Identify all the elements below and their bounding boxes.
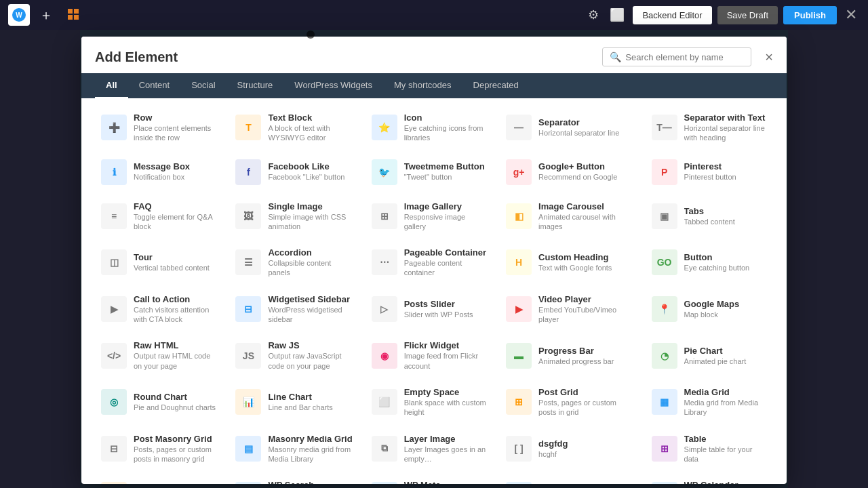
element-desc-text-block: A block of text with WYSIWYG editor	[268, 123, 352, 143]
element-card-line-chart[interactable]: 📊Line ChartLine and Bar charts	[226, 380, 361, 425]
backend-editor-button[interactable]: Backend Editor	[633, 6, 711, 24]
search-input[interactable]	[625, 52, 744, 62]
modal-close-button[interactable]: ×	[765, 50, 773, 64]
tab-all[interactable]: All	[95, 73, 128, 98]
element-card-flickr-widget[interactable]: ◉Flickr WidgetImage feed from Flickr acc…	[363, 333, 496, 378]
element-desc-posts-slider: Slider with WP Posts	[404, 310, 487, 319]
element-card-message-box[interactable]: ℹMessage BoxNotification box	[92, 152, 225, 192]
element-card-wp-search[interactable]: WWP SearchA search form for your site	[226, 472, 361, 484]
element-icon-empty-space: ⬜	[372, 389, 397, 415]
element-desc-image-carousel: Animated carousel with images	[538, 212, 632, 232]
element-card-image-carousel[interactable]: ◧Image CarouselAnimated carousel with im…	[497, 194, 641, 239]
element-card-tabs[interactable]: ▣TabsTabbed content	[643, 194, 776, 239]
element-icon-text-block: T	[235, 115, 261, 140]
element-icon-media-grid: ▦	[652, 389, 677, 415]
element-desc-widgetised-sidebar: WordPress widgetised sidebar	[268, 305, 352, 325]
element-card-separator-text[interactable]: T—Separator with TextHorizontal separato…	[643, 105, 776, 150]
element-card-facebook-like[interactable]: fFacebook LikeFacebook "Like" button	[226, 152, 361, 192]
element-icon-call-to-action: ▶	[101, 296, 127, 322]
element-card-single-image[interactable]: 🖼Single ImageSimple image with CSS anima…	[226, 194, 361, 239]
element-card-wp-recent-comments[interactable]: WWP Recent CommentsThe most recent comme…	[497, 472, 641, 484]
element-card-pie-chart[interactable]: ◔Pie ChartAnimated pie chart	[643, 333, 776, 378]
element-desc-post-grid: Posts, pages or custom posts in grid	[538, 398, 632, 418]
element-icon-wp-search: W	[235, 482, 261, 484]
element-desc-button: Eye catching button	[684, 263, 767, 272]
tab-my-shortcodes[interactable]: My shortcodes	[383, 73, 462, 98]
element-card-raw-html[interactable]: </>Raw HTMLOutput raw HTML code on your …	[92, 333, 225, 378]
element-card-pageable-container[interactable]: ⋯Pageable ContainerPageable content cont…	[363, 240, 496, 285]
element-card-raw-js[interactable]: JSRaw JSOutput raw JavaScript code on yo…	[226, 333, 361, 378]
element-card-image-gallery[interactable]: ⊞Image GalleryResponsive image gallery	[363, 194, 496, 239]
element-card-row[interactable]: ➕RowPlace content elements inside the ro…	[92, 105, 225, 150]
element-card-accordion[interactable]: ☰AccordionCollapsible content panels	[226, 240, 361, 285]
element-card-faq[interactable]: ≡FAQToggle element for Q&A block	[92, 194, 225, 239]
element-card-video-player[interactable]: ▶Video PlayerEmbed YouTube/Vimeo player	[497, 287, 641, 332]
tab-structure[interactable]: Structure	[226, 73, 284, 98]
element-icon-google-plus: g+	[506, 159, 532, 185]
modal-overlay: Add Element 🔍 × AllContentSocialStructur…	[80, 30, 788, 488]
tab-social[interactable]: Social	[180, 73, 226, 98]
tab-wp-widgets[interactable]: WordPress Widgets	[283, 73, 383, 98]
element-card-masonry-media-grid[interactable]: ▤Masonry Media GridMasonry media grid fr…	[226, 426, 361, 472]
element-card-google-plus[interactable]: g+Google+ ButtonRecommend on Google	[497, 152, 641, 192]
element-desc-raw-js: Output raw JavaScript code on your page	[268, 351, 352, 371]
close-top-button[interactable]: ✕	[842, 3, 860, 26]
element-icon-faq: ≡	[101, 203, 127, 229]
element-card-progress-bar[interactable]: ▬Progress BarAnimated progress bar	[497, 333, 641, 378]
element-icon-table: ⊞	[652, 436, 677, 462]
element-name-tour: Tour	[134, 252, 216, 262]
element-card-wp-meta[interactable]: WWP MetaLog in/out, admin, feed and Word…	[363, 472, 496, 484]
preview-icon-btn[interactable]: ⬜	[607, 5, 627, 25]
tab-deprecated[interactable]: Deprecated	[462, 73, 530, 98]
element-icon-separator: —	[506, 115, 532, 140]
element-desc-facebook-like: Facebook "Like" button	[268, 172, 352, 182]
element-desc-icon: Eye catching icons from libraries	[404, 123, 487, 143]
element-card-post-masonry-grid[interactable]: ⊟Post Masonry GridPosts, pages or custom…	[92, 426, 225, 472]
element-desc-flickr-widget: Image feed from Flickr account	[404, 351, 487, 371]
save-draft-button[interactable]: Save Draft	[717, 6, 778, 24]
element-name-masonry-media-grid: Masonry Media Grid	[268, 434, 352, 444]
element-card-dsgfdg[interactable]: [ ]dsgfdghcghf	[497, 426, 641, 472]
element-card-posts-slider[interactable]: ▷Posts SliderSlider with WP Posts	[363, 287, 496, 332]
grid-button[interactable]	[62, 5, 84, 26]
element-name-wp-meta: WP Meta	[404, 480, 487, 484]
add-element-button[interactable]: ＋	[35, 5, 57, 24]
element-card-text-block[interactable]: TText BlockA block of text with WYSIWYG …	[226, 105, 361, 150]
element-card-button[interactable]: GOButtonEye catching button	[643, 240, 776, 285]
element-card-separator[interactable]: —SeparatorHorizontal separator line	[497, 105, 641, 150]
element-desc-image-gallery: Responsive image gallery	[404, 212, 487, 232]
element-card-tweetmeme[interactable]: 🐦Tweetmeme Button"Tweet" button	[363, 152, 496, 192]
element-desc-layer-image: Layer Images goes in an empty section/ro…	[404, 445, 487, 464]
element-card-wp-calendar[interactable]: WWP CalendarA calendar of your sites pos…	[643, 472, 776, 484]
element-card-layer-image[interactable]: ⧉Layer ImageLayer Images goes in an empt…	[363, 426, 496, 472]
element-card-round-chart[interactable]: ◎Round ChartPie and Doughnut charts	[92, 380, 225, 425]
element-name-media-grid: Media Grid	[684, 387, 767, 397]
element-name-wp-calendar: WP Calendar	[684, 480, 767, 484]
element-card-table[interactable]: ⊞TableSimple table for your data	[643, 426, 776, 472]
element-card-widgetised-sidebar[interactable]: ⊟Widgetised SidebarWordPress widgetised …	[226, 287, 361, 332]
element-card-pinterest[interactable]: PPinterestPinterest button	[643, 152, 776, 192]
tab-content[interactable]: Content	[128, 73, 181, 98]
element-card-tour[interactable]: ◫TourVertical tabbed content	[92, 240, 225, 285]
settings-icon-btn[interactable]: ⚙	[585, 5, 601, 25]
element-card-google-maps[interactable]: 📍Google MapsMap block	[643, 287, 776, 332]
element-card-media-grid[interactable]: ▦Media GridMedia grid from Media Library	[643, 380, 776, 425]
svg-rect-2	[68, 9, 73, 14]
element-desc-masonry-media-grid: Masonry media grid from Media Library	[268, 445, 352, 464]
element-card-empty-space[interactable]: ⬜Empty SpaceBlank space with custom heig…	[363, 380, 496, 425]
element-name-tweetmeme: Tweetmeme Button	[404, 161, 487, 171]
element-name-image-carousel: Image Carousel	[538, 201, 632, 211]
element-card-icon[interactable]: ⭐IconEye catching icons from libraries	[363, 105, 496, 150]
element-icon-row: ➕	[101, 115, 127, 140]
publish-button[interactable]: Publish	[783, 6, 837, 24]
element-name-progress-bar: Progress Bar	[538, 346, 632, 356]
element-name-line-chart: Line Chart	[268, 392, 352, 402]
element-card-post-grid[interactable]: ⊞Post GridPosts, pages or custom posts i…	[497, 380, 641, 425]
element-icon-layer-image: ⧉	[372, 436, 397, 462]
element-name-round-chart: Round Chart	[134, 392, 216, 402]
element-icon-tweetmeme: 🐦	[372, 159, 397, 185]
element-desc-call-to-action: Catch visitors attention with CTA block	[134, 305, 216, 325]
element-card-custom-heading[interactable]: HCustom HeadingText with Google fonts	[497, 240, 641, 285]
element-card-call-to-action[interactable]: ▶Call to ActionCatch visitors attention …	[92, 287, 225, 332]
element-card-templatera[interactable]: TTemplatera	[92, 472, 225, 484]
